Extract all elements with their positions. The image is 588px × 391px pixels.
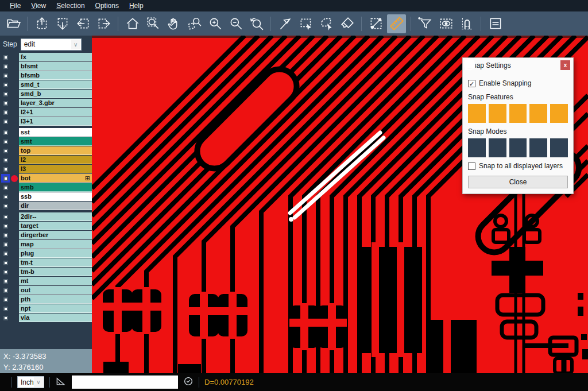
layer-visibility-checkbox[interactable] (3, 149, 8, 153)
layer-visibility-checkbox[interactable] (3, 224, 8, 229)
layer-visibility-checkbox[interactable] (3, 101, 8, 106)
layer-row[interactable]: bfsmt (0, 62, 92, 71)
layer-row[interactable]: map (0, 240, 92, 249)
layer-row[interactable]: fx (0, 53, 92, 61)
layer-visibility-checkbox[interactable] (3, 316, 8, 320)
layer-name-cell[interactable]: smd_t (19, 80, 92, 89)
angle-tool-button[interactable] (55, 375, 67, 389)
select-button[interactable] (276, 14, 295, 33)
layer-name-cell[interactable]: sst (19, 128, 92, 137)
zoom-window-button[interactable] (144, 14, 163, 33)
layer-row[interactable]: 2dir-- (0, 212, 92, 221)
clear-selection-button[interactable] (338, 14, 357, 33)
layer-visibility-checkbox[interactable] (3, 242, 8, 247)
layer-row[interactable]: plug (0, 249, 92, 258)
layer-visibility-checkbox[interactable] (3, 297, 8, 302)
layer-name-cell[interactable]: dirgerber (19, 231, 92, 239)
layer-row[interactable]: tm-b (0, 268, 92, 276)
layer-visibility-checkbox[interactable] (3, 140, 8, 144)
zoom-object-button[interactable] (185, 14, 204, 33)
output-right-button[interactable] (94, 14, 113, 33)
layer-name-cell[interactable]: ssb (19, 192, 92, 201)
layer-name-cell[interactable]: fx (19, 53, 92, 61)
layer-name-cell[interactable]: bfsmt (19, 62, 92, 71)
unit-select[interactable]: Inch (17, 376, 44, 388)
layer-visibility-checkbox[interactable] (3, 270, 8, 274)
zoom-in-button[interactable] (206, 14, 225, 33)
layer-row[interactable]: l3+1 (0, 117, 92, 126)
layer-row[interactable]: l2+1 (0, 108, 92, 117)
home-view-button[interactable] (123, 14, 142, 33)
layer-name-cell[interactable]: bot ⊞ (19, 174, 92, 183)
command-input[interactable] (72, 375, 178, 389)
layer-row[interactable]: smt (0, 137, 92, 146)
layer-visibility-checkbox[interactable] (3, 55, 8, 60)
layer-name-cell[interactable]: plug (19, 249, 92, 258)
snap-mode-center-button[interactable] (468, 138, 486, 157)
view-options-button[interactable] (436, 14, 455, 33)
measure-point-to-point-button[interactable] (366, 14, 385, 33)
layer-name-cell[interactable]: bfsmb (19, 71, 92, 80)
snap-feature-surface-button[interactable] (509, 104, 527, 123)
layer-row[interactable]: smd_b (0, 90, 92, 98)
snap-all-layers-checkbox[interactable] (468, 162, 475, 170)
layer-row[interactable]: dirgerber (0, 231, 92, 239)
layer-row[interactable]: dir (0, 202, 92, 210)
layer-visibility-checkbox[interactable] (3, 167, 8, 172)
step-select[interactable]: edit (21, 38, 82, 51)
layer-row[interactable]: top (0, 146, 92, 155)
layer-name-cell[interactable]: smd_b (19, 90, 92, 98)
layer-row[interactable]: l3 (0, 165, 92, 173)
select-rectangle-button[interactable] (296, 14, 315, 33)
snap-mode-point-on-line-button[interactable] (489, 138, 506, 157)
snap-feature-line-button[interactable] (468, 104, 486, 123)
layer-visibility-checkbox[interactable] (3, 73, 8, 78)
layer-visibility-checkbox[interactable] (3, 92, 8, 96)
layer-row[interactable]: l2 (0, 156, 92, 164)
layer-visibility-checkbox[interactable] (3, 158, 8, 162)
layer-name-cell[interactable]: pth (19, 295, 92, 304)
snap-mode-contour-button[interactable] (550, 138, 568, 157)
filter-button[interactable] (416, 14, 435, 33)
menu-item[interactable]: View (26, 2, 51, 10)
menu-item[interactable]: Options (90, 2, 124, 10)
layer-visibility-checkbox[interactable] (3, 110, 8, 115)
output-left-button[interactable] (74, 14, 92, 33)
ruler-button[interactable] (387, 14, 406, 33)
dialog-close-button[interactable]: x (560, 60, 570, 70)
layer-name-cell[interactable]: smt (19, 137, 92, 146)
layer-name-cell[interactable]: l3+1 (19, 117, 92, 126)
layer-name-cell[interactable]: target (19, 222, 92, 230)
layer-visibility-checkbox[interactable] (3, 64, 8, 69)
layer-visibility-checkbox[interactable] (3, 233, 8, 238)
snap-feature-arc-button[interactable] (529, 104, 547, 123)
layer-name-cell[interactable]: npt (19, 304, 92, 313)
layer-row[interactable]: bfsmb (0, 71, 92, 80)
layer-visibility-checkbox[interactable] (3, 176, 8, 181)
output-bottom-button[interactable] (53, 14, 72, 33)
layer-visibility-checkbox[interactable] (3, 215, 8, 219)
layer-row[interactable]: pth (0, 295, 92, 304)
layer-name-cell[interactable]: dir (19, 202, 92, 210)
open-button[interactable] (3, 14, 22, 33)
layer-name-cell[interactable]: layer_3.gbr (19, 99, 92, 107)
layer-visibility-checkbox[interactable] (3, 195, 8, 199)
layer-row[interactable]: mt (0, 277, 92, 285)
layer-visibility-checkbox[interactable] (3, 279, 8, 284)
layer-name-cell[interactable]: out (19, 286, 92, 295)
layer-row[interactable]: via (0, 313, 92, 322)
layer-visibility-checkbox[interactable] (3, 288, 8, 293)
menu-item[interactable]: File (5, 2, 26, 10)
report-button[interactable] (486, 14, 505, 33)
dialog-close-action-button[interactable]: Close (468, 176, 568, 188)
layer-row[interactable]: smb (0, 183, 92, 192)
layer-name-cell[interactable]: via (19, 313, 92, 322)
layer-visibility-checkbox[interactable] (3, 83, 8, 87)
layer-row[interactable]: tm-t (0, 258, 92, 267)
layer-row[interactable]: out (0, 286, 92, 295)
menu-item[interactable]: Help (124, 2, 149, 10)
layer-name-cell[interactable]: l2+1 (19, 108, 92, 117)
layer-row[interactable]: ssb (0, 192, 92, 201)
zoom-previous-button[interactable] (247, 14, 266, 33)
layer-name-cell[interactable]: smb (19, 183, 92, 192)
